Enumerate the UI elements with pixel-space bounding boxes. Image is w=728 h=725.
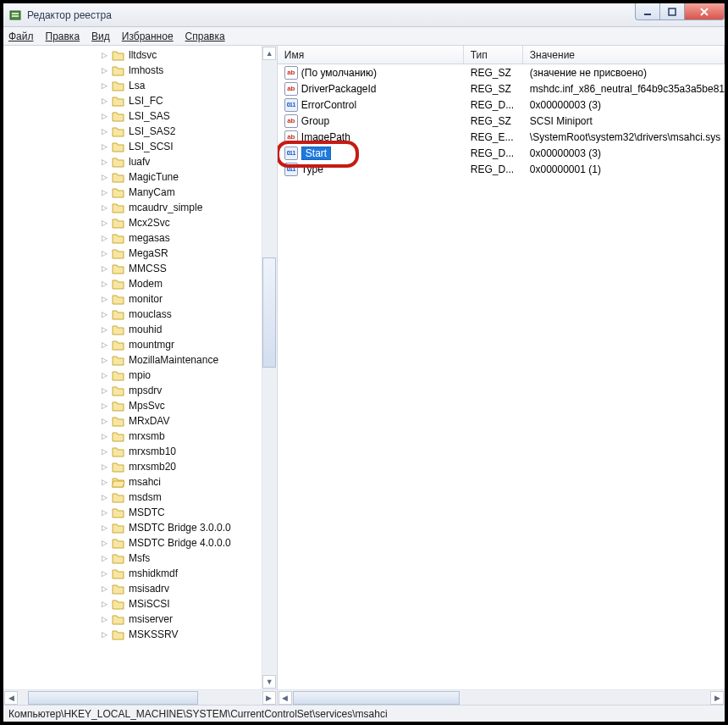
menu-help[interactable]: Справка xyxy=(185,30,225,42)
col-type[interactable]: Тип xyxy=(464,46,523,64)
expander-icon[interactable]: ▷ xyxy=(100,630,109,639)
values-hscrollbar[interactable]: ◀ ▶ xyxy=(278,689,725,705)
tree-node[interactable]: ▷LSI_SCSI xyxy=(100,139,262,154)
value-row[interactable]: abGroupREG_SZSCSI Miniport xyxy=(278,113,725,129)
tree-node[interactable]: ▷MSKSSRV xyxy=(100,627,262,642)
tree-node[interactable]: ▷MozillaMaintenance xyxy=(100,352,262,368)
expander-icon[interactable]: ▷ xyxy=(100,112,109,121)
expander-icon[interactable]: ▷ xyxy=(100,295,109,304)
expander-icon[interactable]: ▷ xyxy=(100,173,109,182)
expander-icon[interactable]: ▷ xyxy=(100,66,109,75)
title-bar[interactable]: Редактор реестра xyxy=(3,3,725,27)
tree-node[interactable]: ▷Msfs xyxy=(100,551,262,566)
scroll-track[interactable] xyxy=(19,691,262,705)
tree-node[interactable]: ▷mpio xyxy=(100,368,262,383)
expander-icon[interactable]: ▷ xyxy=(100,417,109,426)
tree-node[interactable]: ▷mcaudrv_simple xyxy=(100,200,262,215)
expander-icon[interactable]: ▷ xyxy=(100,356,109,365)
tree-node[interactable]: ▷MRxDAV xyxy=(100,413,262,429)
tree-node[interactable]: ▷megasas xyxy=(100,230,262,246)
menu-favorites[interactable]: Избранное xyxy=(122,30,174,42)
expander-icon[interactable]: ▷ xyxy=(100,249,109,258)
tree-node[interactable]: ▷MSDTC Bridge 3.0.0.0 xyxy=(100,520,262,535)
tree-node[interactable]: ▷Lsa xyxy=(100,78,262,93)
tree-node[interactable]: ▷MagicTune xyxy=(100,169,262,185)
expander-icon[interactable]: ▷ xyxy=(100,462,109,472)
tree-node[interactable]: ▷MegaSR xyxy=(100,246,262,261)
tree-view[interactable]: ▷lltdsvc▷lmhosts▷Lsa▷LSI_FC▷LSI_SAS▷LSI_… xyxy=(3,46,277,689)
tree-node[interactable]: ▷msdsm xyxy=(100,490,262,505)
scroll-track[interactable] xyxy=(293,691,709,705)
expander-icon[interactable]: ▷ xyxy=(100,310,109,319)
expander-icon[interactable]: ▷ xyxy=(100,234,109,243)
tree-node[interactable]: ▷LSI_SAS2 xyxy=(100,124,262,139)
values-list[interactable]: ab(По умолчанию)REG_SZ(значение не присв… xyxy=(278,64,725,689)
tree-node[interactable]: ▷mshidkmdf xyxy=(100,566,262,581)
scroll-track[interactable] xyxy=(262,61,276,674)
tree-node[interactable]: ▷MMCSS xyxy=(100,261,262,276)
tree-node[interactable]: ▷mrxsmb xyxy=(100,429,262,444)
expander-icon[interactable]: ▷ xyxy=(100,493,109,502)
tree-node[interactable]: ▷LSI_FC xyxy=(100,93,262,108)
tree-node[interactable]: ▷lmhosts xyxy=(100,63,262,78)
expander-icon[interactable]: ▷ xyxy=(100,371,109,380)
tree-node[interactable]: ▷msahci xyxy=(100,474,262,490)
expander-icon[interactable]: ▷ xyxy=(100,569,109,578)
expander-icon[interactable]: ▷ xyxy=(100,478,109,487)
menu-edit[interactable]: Правка xyxy=(46,30,80,42)
tree-node[interactable]: ▷msisadrv xyxy=(100,581,262,596)
expander-icon[interactable]: ▷ xyxy=(100,188,109,197)
value-row[interactable]: 011ErrorControlREG_D...0x00000003 (3) xyxy=(278,97,725,113)
expander-icon[interactable]: ▷ xyxy=(100,386,109,396)
scroll-right-icon[interactable]: ▶ xyxy=(262,691,276,705)
menu-file[interactable]: Файл xyxy=(8,30,34,42)
tree-node[interactable]: ▷Modem xyxy=(100,276,262,291)
expander-icon[interactable]: ▷ xyxy=(100,264,109,274)
expander-icon[interactable]: ▷ xyxy=(100,523,109,533)
tree-node[interactable]: ▷MpsSvc xyxy=(100,398,262,413)
value-name[interactable]: Start xyxy=(301,147,331,160)
scroll-left-icon[interactable]: ◀ xyxy=(279,691,292,705)
col-name[interactable]: Имя xyxy=(278,46,464,64)
expander-icon[interactable]: ▷ xyxy=(100,447,109,457)
expander-icon[interactable]: ▷ xyxy=(100,432,109,441)
expander-icon[interactable]: ▷ xyxy=(100,97,109,106)
expander-icon[interactable]: ▷ xyxy=(100,142,109,152)
expander-icon[interactable]: ▷ xyxy=(100,51,109,60)
tree-node[interactable]: ▷mrxsmb20 xyxy=(100,459,262,474)
scroll-up-icon[interactable]: ▲ xyxy=(262,47,276,60)
tree-node[interactable]: ▷MSDTC Bridge 4.0.0.0 xyxy=(100,535,262,551)
tree-node[interactable]: ▷ManyCam xyxy=(100,185,262,200)
scroll-thumb[interactable] xyxy=(28,691,198,705)
scroll-down-icon[interactable]: ▼ xyxy=(262,675,276,689)
scroll-thumb[interactable] xyxy=(262,257,276,368)
expander-icon[interactable]: ▷ xyxy=(100,81,109,91)
tree-node[interactable]: ▷mouhid xyxy=(100,322,262,337)
expander-icon[interactable]: ▷ xyxy=(100,127,109,136)
col-value[interactable]: Значение xyxy=(523,46,725,64)
tree-node[interactable]: ▷monitor xyxy=(100,291,262,307)
tree-node[interactable]: ▷MSDTC xyxy=(100,505,262,520)
tree-node[interactable]: ▷mrxsmb10 xyxy=(100,444,262,459)
tree-node[interactable]: ▷luafv xyxy=(100,154,262,169)
expander-icon[interactable]: ▷ xyxy=(100,219,109,228)
tree-node[interactable]: ▷mountmgr xyxy=(100,337,262,352)
value-row[interactable]: 011StartREG_D...0x00000003 (3) xyxy=(278,145,725,161)
expander-icon[interactable]: ▷ xyxy=(100,615,109,624)
expander-icon[interactable]: ▷ xyxy=(100,539,109,548)
tree-node[interactable]: ▷msiserver xyxy=(100,612,262,627)
scroll-thumb[interactable] xyxy=(293,691,460,705)
maximize-button[interactable] xyxy=(659,3,685,20)
close-button[interactable] xyxy=(684,3,725,20)
tree-node[interactable]: ▷mouclass xyxy=(100,307,262,322)
minimize-button[interactable] xyxy=(635,3,660,20)
value-row[interactable]: ab(По умолчанию)REG_SZ(значение не присв… xyxy=(278,64,725,80)
scroll-right-icon[interactable]: ▶ xyxy=(710,691,724,705)
tree-vscrollbar[interactable]: ▲ ▼ xyxy=(262,46,277,689)
scroll-left-icon[interactable]: ◀ xyxy=(4,691,18,705)
tree-node[interactable]: ▷LSI_SAS xyxy=(100,108,262,124)
column-headers[interactable]: Имя Тип Значение xyxy=(278,46,725,64)
expander-icon[interactable]: ▷ xyxy=(100,340,109,350)
tree-node[interactable]: ▷Mcx2Svc xyxy=(100,215,262,230)
tree-node[interactable]: ▷mpsdrv xyxy=(100,383,262,398)
